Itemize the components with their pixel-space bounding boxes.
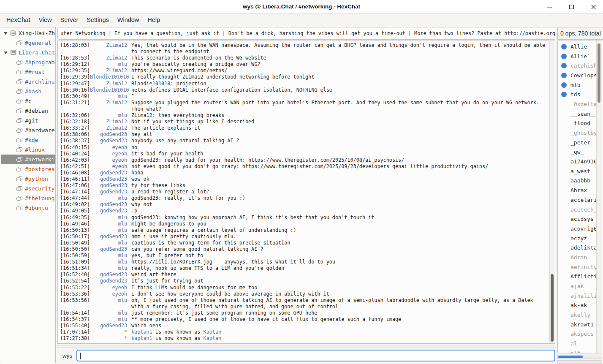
user-list-item[interactable]: acetech_ xyxy=(558,205,602,215)
user-list-item[interactable]: _qw_ xyxy=(558,147,602,157)
user-list-item[interactable]: catphish xyxy=(558,61,602,71)
tree-channel-programming[interactable]: ##programming xyxy=(1,57,55,67)
message: anybody use any natural talking AI ? xyxy=(129,138,549,144)
user-list-item[interactable]: ajak__ xyxy=(558,281,602,291)
user-list-item[interactable]: __sean__ xyxy=(558,109,602,119)
chat-log: [16:28:03]ZLima12Yes, that would be in t… xyxy=(58,42,549,342)
user-list-item[interactable]: Cowclops` xyxy=(558,71,602,80)
message-nick: Kaptan xyxy=(203,335,221,341)
user-list-item[interactable]: _peter xyxy=(558,138,602,147)
user-list-item[interactable]: acidsys xyxy=(558,214,602,224)
close-button[interactable] xyxy=(589,3,597,11)
user-list-item[interactable]: acovrig60 xyxy=(558,224,602,234)
user-nick: aefinity xyxy=(570,264,597,270)
user-list-item[interactable]: akspecs xyxy=(558,329,602,339)
user-list-item[interactable]: Adran xyxy=(558,253,602,262)
message: godSend23: knowing how you approach AI, … xyxy=(129,215,549,221)
maximize-button[interactable] xyxy=(568,3,575,11)
tree-channel-general[interactable]: #general xyxy=(1,38,55,48)
tree-channel-rust[interactable]: ##rust xyxy=(1,67,55,77)
tree-channel-archlinux[interactable]: #archlinux xyxy=(1,77,55,87)
message-nick: kaptan1 xyxy=(131,329,152,335)
user-list-item[interactable]: adeliktas xyxy=(558,243,602,253)
tree-label: #thelounge xyxy=(25,195,55,201)
user-list-item[interactable]: al xyxy=(558,339,602,348)
menu-item-settings[interactable]: Settings xyxy=(82,15,113,25)
user-list-item[interactable]: alt xyxy=(558,348,602,353)
user-list-item[interactable]: aefinity xyxy=(558,262,602,272)
no-dot-spacer xyxy=(561,255,567,260)
topic-entry[interactable]: uter Networking | If you have a question… xyxy=(57,27,555,40)
user-list-item[interactable]: mlu xyxy=(558,80,602,90)
tree-channel-postgresql[interactable]: #postgresql xyxy=(1,164,55,174)
tree-server-Libera.Chat[interactable]: Libera.Chat xyxy=(1,48,55,57)
message: oh, I just used one of those natural tal… xyxy=(129,297,549,310)
user-list-item[interactable]: _ghostbyt xyxy=(558,128,602,138)
message: why not xyxy=(129,201,549,208)
chat-line: [16:51:34]mlureally, hook up some TTS to… xyxy=(58,265,549,272)
menu-item-view[interactable]: View xyxy=(34,15,56,25)
user-list-item[interactable]: ajhalili2 xyxy=(558,291,602,301)
tree-channel-debian[interactable]: #debian xyxy=(1,106,55,116)
menu-item-server[interactable]: Server xyxy=(56,15,83,25)
userlist-scrollbar[interactable] xyxy=(596,41,602,353)
user-list-item[interactable]: aaabbb xyxy=(558,176,602,186)
nickname: godSend23 xyxy=(90,138,129,144)
chat-scrollbar[interactable] xyxy=(549,41,555,343)
user-list-item[interactable]: accelario xyxy=(558,195,602,205)
userlist-horizontal-scrollbar-thumb[interactable] xyxy=(558,356,583,358)
expander-icon[interactable] xyxy=(3,50,8,55)
no-dot-spacer xyxy=(561,245,567,250)
chat-line: [16:52:54]godSend23it’s just for trying … xyxy=(58,278,549,284)
bottom-scrollbar-track[interactable] xyxy=(557,360,602,364)
menu-item-help[interactable]: Help xyxy=(143,15,164,25)
user-list-item[interactable]: a174n936 xyxy=(558,157,602,166)
tree-channel-ubuntu[interactable]: #ubuntu xyxy=(1,203,55,213)
no-dot-spacer xyxy=(561,312,567,318)
chat-scrollbar-thumb[interactable] xyxy=(551,274,554,342)
own-nick-label[interactable]: wys xyxy=(57,353,76,359)
tree-channel-python[interactable]: #python xyxy=(1,174,55,184)
message: I don't see how everyone could be above … xyxy=(129,291,549,297)
userlist-scrollbar-thumb[interactable] xyxy=(598,43,600,103)
chat-line: [16:29:35]ZLima12https://www.wireguard.c… xyxy=(58,68,549,74)
user-list-item[interactable]: akrawt1 xyxy=(558,320,602,329)
user-list-item[interactable]: Allie xyxy=(558,42,602,52)
message: really, hook up some TTS to a LLM and yo… xyxy=(129,265,549,272)
minimize-button[interactable] xyxy=(546,3,553,11)
user-list-item[interactable]: Afflictio xyxy=(558,272,602,282)
tree-server-Xing-Hai-Zhan[interactable]: Xing-Hai-Zhan xyxy=(1,28,55,38)
user-list-item[interactable]: aczyz xyxy=(558,234,602,243)
chat-line: [16:29:39]Blondie101010I really thought … xyxy=(58,74,549,80)
userlist-horizontal-scrollbar[interactable] xyxy=(557,355,602,359)
chat-line: [16:55:40]godSend23which oens xyxy=(58,323,549,329)
tree-channel-hardware[interactable]: #hardware xyxy=(1,125,55,135)
tree-channel-c[interactable]: #c xyxy=(1,96,55,106)
tree-channel-kde[interactable]: #kde xyxy=(1,135,55,145)
user-list-item[interactable]: ak-ak xyxy=(558,301,602,310)
user-nick: acetech_ xyxy=(570,206,597,213)
nickname: eyeoh xyxy=(90,151,129,157)
tree-channel-security[interactable]: #security xyxy=(1,184,55,193)
no-dot-spacer xyxy=(561,197,567,203)
tree-channel-networking[interactable]: #networking xyxy=(1,155,55,164)
user-list-item[interactable]: _0xdelta xyxy=(558,99,602,109)
user-list-item[interactable]: a_west xyxy=(558,166,602,176)
user-list-item[interactable]: tds xyxy=(558,90,602,99)
no-dot-spacer xyxy=(561,149,567,155)
message-input[interactable] xyxy=(76,350,555,361)
user-list-item[interactable]: akelly xyxy=(558,310,602,320)
menu-item-window[interactable]: Window xyxy=(113,15,144,25)
user-list-item[interactable]: _flood xyxy=(558,119,602,128)
timestamp: [16:53:56] xyxy=(58,297,90,310)
menu-item-hexchat[interactable]: HexChat xyxy=(2,15,34,25)
user-list-item[interactable]: Allie` xyxy=(558,52,602,61)
chat-horizontal-scrollbar[interactable] xyxy=(57,345,555,348)
timestamp: [16:49:46] xyxy=(58,221,90,227)
tree-channel-bash[interactable]: #bash xyxy=(1,87,55,96)
tree-channel-git[interactable]: #git xyxy=(1,116,55,125)
user-list-item[interactable]: Abrax xyxy=(558,185,602,195)
tree-channel-thelounge[interactable]: #thelounge xyxy=(1,193,55,203)
tree-channel-linux[interactable]: #linux xyxy=(1,145,55,155)
expander-icon[interactable] xyxy=(3,31,8,35)
